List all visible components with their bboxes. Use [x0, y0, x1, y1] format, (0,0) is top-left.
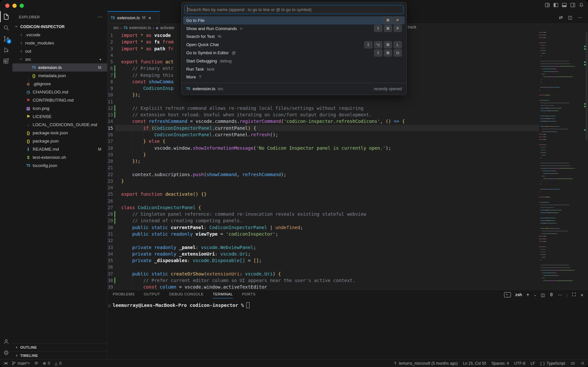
code-line-35[interactable]: 35 private _disposables: vscode.Disposab…: [107, 257, 539, 264]
file-row-metadata.json[interactable]: {}metadata.json: [12, 72, 107, 80]
code-line-26[interactable]: 26: [107, 198, 539, 204]
cursor-position-item[interactable]: Ln 15, Col 50: [463, 361, 486, 366]
code-line-16[interactable]: 16 CodiconInspectorPanel.currentPanel.re…: [107, 131, 539, 138]
split-terminal-icon[interactable]: ◫: [541, 292, 545, 297]
code-line-39[interactable]: 39 const column = vscode.window.activeTe…: [107, 284, 539, 290]
folder-row-src[interactable]: ›src●: [12, 55, 107, 63]
editor-scrollbar[interactable]: [586, 32, 587, 140]
customize-layout-icon[interactable]: [545, 2, 550, 8]
eol-item[interactable]: LF: [531, 361, 535, 366]
indentation-item[interactable]: Spaces: 4: [492, 361, 509, 366]
breadcrumb-file[interactable]: extension.ts: [129, 25, 151, 30]
account-icon[interactable]: [0, 336, 12, 347]
minimap[interactable]: [539, 32, 576, 284]
panel-tab-ports[interactable]: PORTS: [242, 292, 255, 298]
warnings-item[interactable]: △0: [55, 361, 61, 366]
minimize-window-button[interactable]: [12, 4, 17, 8]
code-line-25[interactable]: 25export function deactivate() {}: [107, 191, 539, 197]
timeline-section[interactable]: › TIMELINE: [12, 351, 107, 359]
folder-row-out[interactable]: ›out: [12, 47, 107, 55]
file-row-CONTRIBUTING.md[interactable]: ⚑CONTRIBUTING.md: [12, 96, 107, 104]
tab-extension-ts[interactable]: TS extension.ts M ×: [107, 11, 160, 24]
code-line-29[interactable]: 29 // instead of creating competing pane…: [107, 217, 539, 224]
folder-row-node_modules[interactable]: ›node_modules: [12, 39, 107, 47]
code-line-13[interactable]: 13 // extension host reload. Useful when…: [107, 111, 539, 118]
code-line-24[interactable]: 24: [107, 184, 539, 191]
file-row-LOCAL_CODICONS_GUIDE.md[interactable]: ↓LOCAL_CODICONS_GUIDE.md: [12, 121, 107, 129]
palette-item-more[interactable]: More?: [183, 73, 405, 81]
code-line-27[interactable]: 27class CodiconInspectorPanel {: [107, 204, 539, 211]
palette-item-go-to-symbol-in-editor[interactable]: Go to Symbol in Editor@⇧⌘O: [183, 49, 405, 57]
file-row-.gitignore[interactable]: ◆.gitignore: [12, 80, 107, 88]
panel-tab-terminal[interactable]: TERMINAL: [213, 292, 233, 298]
extensions-activity-icon[interactable]: [0, 56, 12, 67]
git-blame-item[interactable]: lemurra_microsoft (5 months ago): [393, 361, 458, 366]
palette-item-open-quick-chat[interactable]: Open Quick Chat⇧⌥⌘L: [183, 41, 405, 49]
kill-terminal-icon[interactable]: [549, 292, 554, 298]
editor-more-actions-icon[interactable]: ⋯: [578, 15, 582, 20]
toggle-secondary-sidebar-icon[interactable]: [570, 2, 576, 8]
shell-name[interactable]: zsh: [515, 292, 522, 297]
breadcrumb-symbol[interactable]: activate: [160, 25, 174, 30]
terminal-dropdown-icon[interactable]: ⌄: [533, 293, 536, 297]
sync-changes-icon[interactable]: ⟳: [35, 361, 38, 366]
close-window-button[interactable]: [5, 4, 9, 8]
palette-item-show-and-run-commands[interactable]: Show and Run Commands>⇧⌘P: [183, 25, 405, 33]
file-row-tsconfig.json[interactable]: TStsconfig.json: [12, 161, 107, 170]
open-changes-icon[interactable]: ⇄: [559, 15, 563, 20]
remote-indicator[interactable]: ><: [4, 361, 7, 366]
palette-item-start-debugging[interactable]: Start Debuggingdebug: [183, 57, 405, 65]
outline-section[interactable]: › OUTLINE: [12, 343, 107, 351]
code-line-30[interactable]: 30 public static currentPanel: CodiconIn…: [107, 224, 539, 231]
code-line-23[interactable]: 23}: [107, 178, 539, 184]
file-row-README.md[interactable]: ℹREADME.mdM: [12, 145, 107, 153]
file-row-package-lock.json[interactable]: {}package-lock.json: [12, 129, 107, 137]
panel-more-actions-icon[interactable]: ⋯: [558, 292, 562, 297]
code-line-20[interactable]: 20 });: [107, 158, 539, 164]
code-line-28[interactable]: 28 // Singleton panel reference: command…: [107, 211, 539, 217]
panel-tab-debug-console[interactable]: DEBUG CONSOLE: [169, 292, 204, 298]
new-terminal-icon[interactable]: +: [526, 292, 529, 298]
explorer-activity-icon[interactable]: [0, 11, 12, 22]
file-row-test-extension.sh[interactable]: $test-extension.sh: [12, 153, 107, 161]
palette-item-search-for-text[interactable]: Search for Text%: [183, 33, 405, 41]
code-line-22[interactable]: 22 context.subscriptions.push(showComman…: [107, 171, 539, 178]
encoding-item[interactable]: UTF-8: [514, 361, 525, 366]
file-row-icon.png[interactable]: ▨icon.png: [12, 104, 107, 112]
code-line-34[interactable]: 34 private readonly _extensionUri: vscod…: [107, 251, 539, 257]
code-line-37[interactable]: 37 public static createOrShow(extensionU…: [107, 271, 539, 277]
terminal-output[interactable]: ○ leemurray@Lees-MacBook-Pro codicon-ins…: [108, 302, 250, 308]
split-editor-icon[interactable]: ◫: [568, 15, 572, 20]
run-debug-activity-icon[interactable]: [0, 44, 12, 56]
workspace-root-row[interactable]: › CODICON-INSPECTOR: [12, 23, 107, 31]
toggle-primary-sidebar-icon[interactable]: [553, 2, 559, 8]
file-row-LICENSE[interactable]: ⚑LICENSE: [12, 112, 107, 121]
palette-item-go-to-file[interactable]: Go to File⌘P: [183, 16, 405, 25]
code-line-14[interactable]: 14 const refreshCommand = vscode.command…: [107, 118, 539, 125]
code-line-12[interactable]: 12 // Explicit refresh command allows re…: [107, 105, 539, 111]
code-line-32[interactable]: 32: [107, 237, 539, 244]
explorer-more-actions-icon[interactable]: ⋯: [97, 14, 103, 20]
code-line-11[interactable]: 11: [107, 98, 539, 105]
bell-icon[interactable]: [579, 2, 584, 8]
source-control-activity-icon[interactable]: 3: [0, 33, 12, 44]
notifications-bell-icon[interactable]: [580, 361, 585, 365]
toggle-panel-icon[interactable]: [562, 2, 567, 8]
recent-file-item[interactable]: TS extension.ts src recently opened: [183, 85, 405, 93]
file-row-package.json[interactable]: {}package.json: [12, 137, 107, 145]
panel-tab-problems[interactable]: PROBLEMS: [113, 292, 135, 298]
code-line-31[interactable]: 31 public static readonly viewType = 'co…: [107, 231, 539, 237]
tab-close-icon[interactable]: ×: [148, 15, 151, 21]
folder-row-.vscode[interactable]: ›.vscode: [12, 31, 107, 39]
git-branch-item[interactable]: main*+: [12, 361, 30, 366]
close-panel-icon[interactable]: ×: [580, 292, 583, 298]
maximize-panel-icon[interactable]: [572, 292, 576, 298]
errors-item[interactable]: ⊗0: [43, 361, 50, 366]
code-line-33[interactable]: 33 private readonly _panel: vscode.Webvi…: [107, 244, 539, 251]
code-line-17[interactable]: 17 } else {: [107, 138, 539, 144]
palette-item-run-task[interactable]: Run Tasktask: [183, 65, 405, 73]
language-mode-item[interactable]: { }TypeScript: [540, 361, 565, 366]
zoom-window-button[interactable]: [20, 4, 24, 8]
code-line-19[interactable]: 19 }: [107, 151, 539, 158]
code-line-38[interactable]: 38 // Prefer current editor column so UI…: [107, 277, 539, 284]
